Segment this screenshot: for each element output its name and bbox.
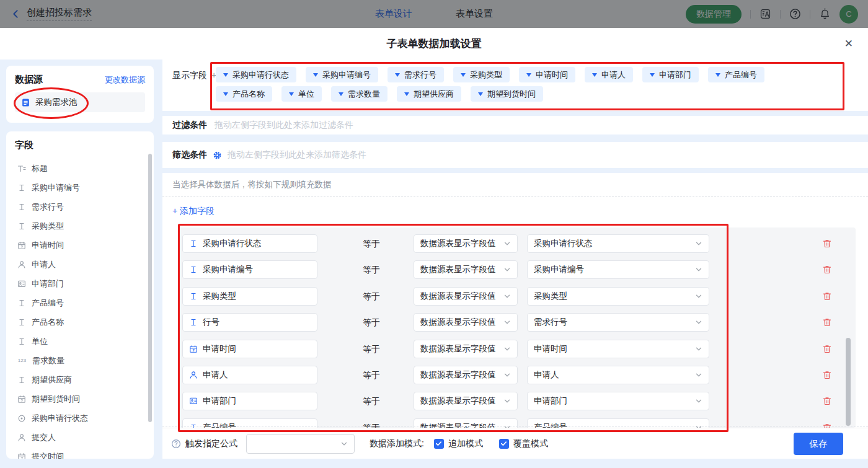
- sidebar-field-item[interactable]: 产品名称: [15, 312, 145, 332]
- sidebar-field-item[interactable]: 产品编号: [15, 293, 145, 312]
- display-field-chip[interactable]: 申请时间: [519, 67, 575, 82]
- rule-source-value: 数据源表显示字段值: [420, 343, 496, 355]
- display-field-chip[interactable]: 产品名称: [216, 86, 272, 102]
- rule-source-select[interactable]: 数据源表显示字段值: [414, 287, 518, 306]
- gear-icon[interactable]: [213, 151, 222, 160]
- sidebar-field-item[interactable]: 单位: [15, 332, 145, 351]
- field-label: 需求行号: [32, 201, 64, 213]
- rule-field-box[interactable]: 采购类型: [182, 287, 317, 306]
- rule-field-box[interactable]: 行号: [182, 313, 317, 332]
- field-label: 期望供应商: [32, 374, 72, 386]
- sidebar-field-item[interactable]: 需求行号: [15, 197, 145, 216]
- display-field-chip[interactable]: 期望供应商: [397, 86, 461, 102]
- rules-scrollbar[interactable]: [846, 338, 851, 426]
- rule-target-select[interactable]: 申请部门: [527, 392, 709, 410]
- sidebar-field-item[interactable]: 提交时间: [15, 447, 145, 459]
- display-field-chip[interactable]: 单位: [281, 86, 322, 102]
- rule-field-box[interactable]: 申请时间: [182, 340, 317, 358]
- display-field-chip[interactable]: 期望到货时间: [471, 86, 543, 102]
- chevron-down-icon: [695, 266, 702, 273]
- rule-source-select[interactable]: 数据源表显示字段值: [414, 260, 518, 279]
- checkbox-checked-icon[interactable]: [499, 439, 509, 449]
- sidebar-field-item[interactable]: 123需求数量: [15, 351, 145, 370]
- sieve-conditions-label: 筛选条件: [172, 149, 207, 161]
- chip-label: 期望到货时间: [487, 89, 536, 100]
- save-button[interactable]: 保存: [794, 433, 843, 455]
- rule-source-select[interactable]: 数据源表显示字段值: [414, 366, 518, 384]
- field-label: 产品名称: [32, 317, 64, 328]
- rule-target-select[interactable]: 采购类型: [527, 287, 709, 306]
- display-field-chip[interactable]: 申请部门: [642, 67, 699, 82]
- sidebar-field-item[interactable]: 申请部门: [15, 274, 145, 293]
- chevron-down-icon: [340, 440, 348, 448]
- rule-field-label: 申请人: [203, 369, 228, 381]
- rule-target-select[interactable]: 采购申请编号: [527, 260, 709, 279]
- sidebar-field-item[interactable]: 采购申请编号: [15, 178, 145, 197]
- filter-conditions-section[interactable]: 过滤条件 拖动左侧字段到此处来添加过滤条件: [162, 116, 868, 135]
- trash-icon[interactable]: [822, 291, 832, 301]
- field-label: 提交时间: [32, 451, 64, 459]
- rule-source-select[interactable]: 数据源表显示字段值: [414, 340, 518, 358]
- trash-icon[interactable]: [822, 370, 832, 380]
- rule-operator: 等于: [350, 234, 393, 253]
- display-field-chip[interactable]: 采购申请编号: [306, 67, 378, 82]
- sidebar-field-item[interactable]: 申请人: [15, 255, 145, 274]
- trash-icon[interactable]: [822, 423, 832, 428]
- display-field-chip[interactable]: 产品编号: [708, 67, 764, 82]
- sidebar-field-item[interactable]: 期望到货时间: [15, 389, 145, 408]
- change-datasource-link[interactable]: 更改数据源: [105, 74, 145, 86]
- rule-target-select[interactable]: 申请人: [527, 366, 709, 384]
- modal-body: 数据源 更改数据源 采购需求池 字段 标题 采购申请编号 需求行号 采购类型 申…: [0, 60, 868, 468]
- rule-field-box[interactable]: 采购申请行状态: [182, 234, 317, 253]
- rule-target-select[interactable]: 需求行号: [527, 313, 709, 332]
- modal-footer: 触发指定公式 数据添加模式: 追加模式 覆盖模式 保存: [162, 428, 868, 459]
- rule-operator: 等于: [350, 366, 393, 384]
- sidebar-field-item[interactable]: 标题: [15, 159, 145, 178]
- append-mode-option[interactable]: 追加模式: [434, 438, 483, 449]
- rule-field-box[interactable]: 采购申请编号: [182, 260, 317, 279]
- sidebar-scrollbar[interactable]: [148, 154, 152, 422]
- rule-field-box[interactable]: 申请部门: [182, 392, 317, 410]
- display-field-chip[interactable]: 采购类型: [453, 67, 510, 82]
- display-field-chip[interactable]: 需求行号: [388, 67, 444, 82]
- rule-row: 采购申请行状态 等于 数据源表显示字段值 采购申请行状态: [179, 234, 856, 253]
- overwrite-mode-option[interactable]: 覆盖模式: [499, 438, 548, 449]
- sidebar-field-item[interactable]: 采购类型: [15, 216, 145, 236]
- rule-source-select[interactable]: 数据源表显示字段值: [414, 234, 518, 253]
- rule-source-select[interactable]: 数据源表显示字段值: [414, 313, 518, 332]
- rule-target-select[interactable]: 申请时间: [527, 340, 709, 358]
- close-icon[interactable]: ✕: [844, 28, 853, 60]
- sieve-conditions-section[interactable]: 筛选条件 拖动左侧字段到此处来添加筛选条件: [162, 142, 868, 168]
- trash-icon[interactable]: [822, 396, 832, 406]
- rule-row: 采购类型 等于 数据源表显示字段值 采购类型: [179, 287, 856, 306]
- sidebar-field-item[interactable]: 期望供应商: [15, 370, 145, 389]
- overwrite-mode-label: 覆盖模式: [513, 438, 548, 449]
- checkbox-checked-icon[interactable]: [434, 439, 444, 449]
- chevron-down-icon: [503, 240, 511, 247]
- add-field-link[interactable]: + 添加字段: [172, 206, 215, 217]
- help-circle-icon[interactable]: [171, 439, 181, 449]
- rule-source-select[interactable]: 数据源表显示字段值: [414, 392, 518, 410]
- display-field-chip[interactable]: 需求数量: [331, 86, 388, 102]
- chip-label: 申请部门: [659, 69, 691, 81]
- sidebar-field-item[interactable]: 申请时间: [15, 236, 145, 255]
- trash-icon[interactable]: [822, 265, 832, 275]
- display-field-chip[interactable]: 申请人: [585, 67, 633, 82]
- chip-label: 需求数量: [348, 89, 380, 100]
- formula-select[interactable]: [246, 434, 355, 454]
- datasource-item[interactable]: 采购需求池: [15, 92, 145, 112]
- text-icon: [189, 318, 198, 327]
- trash-icon[interactable]: [822, 317, 832, 327]
- rule-target-select[interactable]: 采购申请行状态: [527, 234, 709, 253]
- trash-icon[interactable]: [822, 344, 832, 354]
- chip-dropdown-icon: [592, 73, 597, 77]
- filter-drop-placeholder: 拖动左侧字段到此处来添加过滤条件: [215, 120, 353, 131]
- rule-field-box[interactable]: 申请人: [182, 366, 317, 384]
- trash-icon[interactable]: [822, 239, 832, 249]
- chip-dropdown-icon: [289, 92, 294, 96]
- sidebar-field-item[interactable]: 提交人: [15, 428, 145, 447]
- display-field-chip[interactable]: 采购申请行状态: [216, 67, 296, 82]
- chip-dropdown-icon: [339, 92, 343, 96]
- sidebar-field-item[interactable]: 采购申请行状态: [15, 408, 145, 428]
- chip-dropdown-icon: [223, 92, 228, 96]
